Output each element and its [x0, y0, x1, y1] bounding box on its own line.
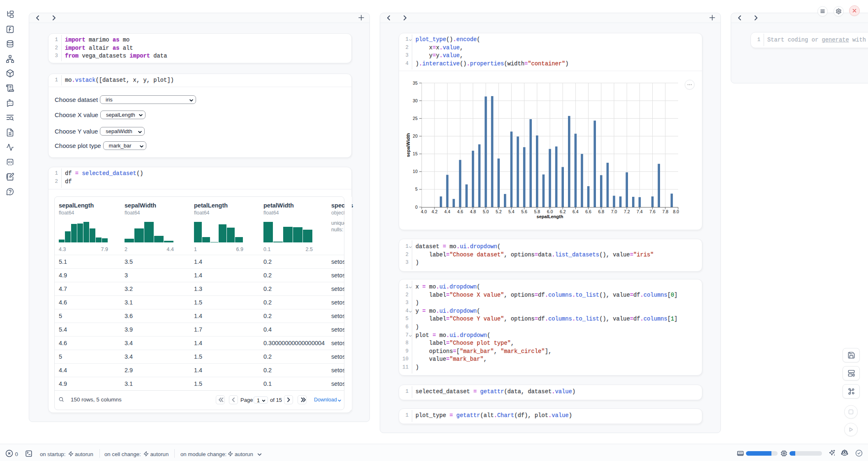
svg-text:6.2: 6.2 — [560, 209, 566, 214]
svg-text:30: 30 — [413, 98, 418, 103]
svg-text:10: 10 — [413, 169, 418, 174]
svg-text:5.4: 5.4 — [508, 209, 515, 214]
svg-text:5.0: 5.0 — [483, 209, 489, 214]
svg-text:7.8: 7.8 — [662, 209, 668, 214]
svg-text:7.0: 7.0 — [611, 209, 617, 214]
svg-text:15: 15 — [413, 151, 418, 156]
svg-text:7.6: 7.6 — [649, 209, 656, 214]
svg-text:sepalWidth: sepalWidth — [406, 133, 411, 157]
svg-text:6.8: 6.8 — [598, 209, 604, 214]
svg-text:20: 20 — [413, 134, 418, 138]
svg-text:6.6: 6.6 — [585, 209, 591, 214]
svg-text:5.8: 5.8 — [534, 209, 540, 214]
svg-text:7.2: 7.2 — [624, 209, 630, 214]
svg-text:8.0: 8.0 — [673, 209, 679, 214]
svg-text:5.6: 5.6 — [521, 209, 527, 214]
svg-text:25: 25 — [413, 116, 418, 121]
svg-text:0: 0 — [415, 205, 418, 210]
svg-text:4.8: 4.8 — [470, 209, 476, 214]
svg-text:4.6: 4.6 — [457, 209, 463, 214]
svg-text:35: 35 — [413, 81, 418, 85]
svg-text:4.0: 4.0 — [421, 209, 427, 214]
svg-text:6.4: 6.4 — [573, 209, 579, 214]
svg-text:4.4: 4.4 — [444, 209, 450, 214]
svg-text:6.0: 6.0 — [547, 209, 553, 214]
svg-text:5.2: 5.2 — [496, 209, 502, 214]
svg-text:7.4: 7.4 — [637, 209, 643, 214]
svg-text:4.2: 4.2 — [432, 209, 438, 214]
svg-text:sepalLength: sepalLength — [537, 214, 563, 219]
svg-text:5: 5 — [415, 187, 418, 191]
